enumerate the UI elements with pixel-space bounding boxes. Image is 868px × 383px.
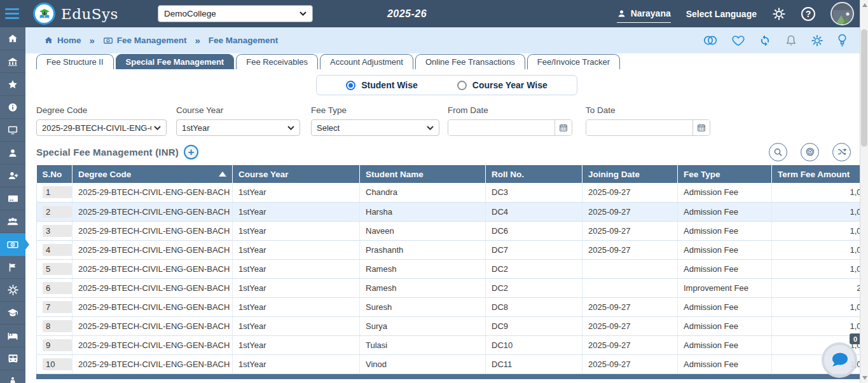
tab-online-fee-transactions[interactable]: Online Fee Transactions	[415, 54, 525, 69]
help-icon[interactable]: ?	[801, 7, 815, 21]
chat-widget[interactable]: 0	[822, 342, 857, 378]
tab-special-fee-management[interactable]: Special Fee Management	[116, 54, 235, 69]
cell: 2025-09-27	[582, 335, 678, 354]
chat-button[interactable]	[822, 342, 857, 378]
fee-type-select[interactable]: Select	[311, 119, 439, 136]
table-row[interactable]: 12025-29-BTECH-CIVIL-ENG-GEN-BACH1stYear…	[37, 183, 861, 202]
sidebar-item-events[interactable]	[0, 370, 25, 383]
col-roll-no[interactable]: Roll No.	[486, 165, 582, 183]
table-row[interactable]: 52025-29-BTECH-CIVIL-ENG-GEN-BACH1stYear…	[37, 259, 861, 278]
cell: 2025-29-BTECH-CIVIL-ENG-GEN-BACH	[72, 335, 233, 354]
scroll-down-icon[interactable]	[862, 376, 867, 380]
fee-table-container: S.No Degree Code Course Year Student Nam…	[36, 165, 860, 374]
cell: 2025-09-27	[582, 202, 678, 221]
calendar-icon[interactable]	[555, 120, 572, 135]
cell-sno: 1	[37, 183, 72, 202]
cell: Prashanth	[360, 240, 486, 259]
sidebar-item-groups[interactable]	[0, 210, 25, 233]
college-select[interactable]: DemoCollege	[158, 5, 313, 22]
degree-code-select[interactable]: 2025-29-BTECH-CIVIL-ENG-GEN-BACH	[36, 119, 167, 136]
table-row[interactable]: 102025-29-BTECH-CIVIL-ENG-GEN-BACH1stYea…	[37, 354, 861, 373]
cell-sno: 4	[37, 240, 72, 259]
scrollbar-thumb[interactable]	[861, 29, 867, 147]
cell: Admission Fee	[678, 240, 772, 259]
tab-account-adjustment[interactable]: Account Adjustment	[320, 54, 413, 69]
col-student-name[interactable]: Student Name	[360, 165, 486, 183]
col-course-year[interactable]: Course Year	[233, 165, 360, 183]
breadcrumb-home[interactable]: Home	[44, 36, 81, 45]
chevron-down-icon	[427, 126, 434, 130]
from-date-input[interactable]	[448, 120, 555, 135]
select-language-button[interactable]: Select Language	[686, 9, 757, 19]
sidebar-item-institution[interactable]	[0, 50, 25, 73]
search-button[interactable]	[769, 143, 787, 161]
col-fee-type[interactable]: Fee Type	[678, 165, 772, 183]
settings-gear-icon[interactable]	[772, 7, 786, 21]
sidebar-item-transport[interactable]	[0, 347, 25, 370]
sidebar-item-favorites[interactable]	[0, 73, 25, 96]
table-row[interactable]: 32025-29-BTECH-CIVIL-ENG-GEN-BACH1stYear…	[37, 221, 861, 240]
money-icon	[103, 36, 113, 46]
col-degree-code[interactable]: Degree Code	[72, 165, 233, 183]
breadcrumb-fee-management[interactable]: Fee Management	[103, 36, 187, 46]
cell: 1,000	[772, 259, 861, 278]
sidebar-item-settings[interactable]	[0, 279, 25, 302]
radio-selected-icon	[346, 81, 355, 90]
to-date-input[interactable]	[586, 120, 692, 135]
money-icon	[6, 238, 19, 251]
cell: 1stYear	[233, 278, 360, 297]
table-row[interactable]: 22025-29-BTECH-CIVIL-ENG-GEN-BACH1stYear…	[37, 202, 861, 221]
sidebar-item-fee-management[interactable]	[0, 233, 25, 256]
hamburger-menu-icon[interactable]	[0, 0, 25, 27]
sidebar-item-hostel[interactable]	[0, 325, 25, 347]
gear-icon[interactable]	[811, 34, 823, 47]
tab-fee-receivables[interactable]: Fee Receivables	[236, 54, 318, 69]
cell: 2025-09-27	[582, 316, 678, 335]
breadcrumb-separator-icon: »	[90, 35, 95, 46]
radio-student-wise[interactable]: Student Wise	[346, 80, 418, 90]
radio-course-year-wise[interactable]: Course Year Wise	[457, 80, 548, 90]
course-year-select[interactable]: 1stYear	[176, 119, 300, 136]
avatar-photo	[833, 10, 852, 24]
shuffle-icon	[837, 147, 847, 157]
sidebar-item-id-card[interactable]	[0, 187, 25, 210]
table-row[interactable]: 82025-29-BTECH-CIVIL-ENG-GEN-BACH1stYear…	[37, 316, 861, 335]
cell: Suresh	[360, 297, 486, 316]
lightbulb-icon[interactable]	[837, 34, 847, 47]
table-row[interactable]: 72025-29-BTECH-CIVIL-ENG-GEN-BACH1stYear…	[37, 297, 861, 316]
table-row[interactable]: 42025-29-BTECH-CIVIL-ENG-GEN-BACH1stYear…	[37, 240, 861, 259]
vertical-scrollbar[interactable]	[860, 0, 868, 383]
add-fee-button[interactable]: +	[184, 145, 198, 159]
col-term-fee-amount[interactable]: Term Fee Amount	[772, 165, 861, 183]
id-card-icon	[7, 192, 19, 205]
table-row[interactable]: 62025-29-BTECH-CIVIL-ENG-GEN-BACH1stYear…	[37, 278, 861, 297]
bed-icon	[6, 330, 19, 342]
calendar-icon[interactable]	[692, 120, 710, 135]
shuffle-button[interactable]	[832, 143, 851, 161]
scroll-up-icon[interactable]	[862, 3, 867, 7]
podium-icon	[7, 376, 18, 383]
sidebar-item-info[interactable]	[0, 96, 25, 119]
sidebar-item-admission[interactable]	[0, 165, 25, 187]
heart-icon[interactable]	[732, 35, 745, 46]
sidebar-item-flag[interactable]	[0, 256, 25, 279]
sidebar-item-home[interactable]	[0, 27, 25, 50]
refresh-icon[interactable]	[759, 34, 771, 47]
avatar[interactable]	[830, 2, 854, 25]
sidebar-item-student[interactable]	[0, 142, 25, 165]
tab-fee-structure-ii[interactable]: Fee Structure II	[36, 54, 114, 69]
user-name: Narayana	[631, 8, 671, 18]
col-joining-date[interactable]: Joining Date	[582, 165, 678, 183]
cell: DC2	[486, 278, 582, 297]
star-icon	[7, 79, 18, 90]
tab-fee-invoice-tracker[interactable]: Fee/Invoice Tracker	[527, 54, 620, 69]
col-sno[interactable]: S.No	[37, 165, 72, 183]
filter-bar: Degree Code 2025-29-BTECH-CIVIL-ENG-GEN-…	[25, 105, 868, 136]
target-button[interactable]	[801, 143, 819, 161]
user-menu[interactable]: Narayana	[617, 8, 671, 23]
table-row[interactable]: 92025-29-BTECH-CIVIL-ENG-GEN-BACH1stYear…	[37, 335, 861, 354]
bell-icon[interactable]	[785, 34, 797, 47]
sidebar-item-monitor[interactable]	[0, 119, 25, 142]
sidebar-item-academics[interactable]	[0, 302, 25, 325]
toggle-icon[interactable]	[703, 35, 718, 46]
